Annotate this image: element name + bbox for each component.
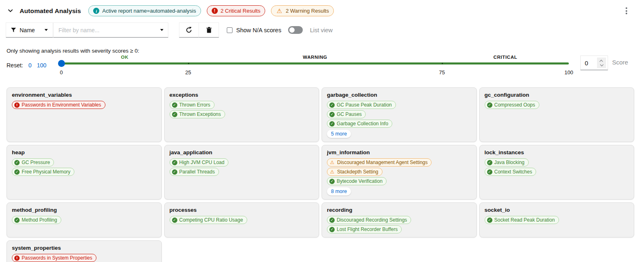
result-pill-warning[interactable]: ⚠Stackdepth Setting (327, 168, 382, 176)
result-label: Bytecode Verification (337, 178, 382, 184)
analysis-card: method_profiling✓Method Profiling (7, 202, 162, 238)
result-label: Passwords in System Properties (22, 255, 92, 261)
slider-tick-label: 0 (60, 69, 63, 75)
result-label: Context Switches (494, 169, 532, 175)
reset-max-link[interactable]: 100 (37, 62, 46, 69)
filter-typeahead (53, 22, 168, 38)
warning-triangle-icon: ⚠ (329, 160, 335, 165)
result-label: Method Profiling (22, 217, 57, 223)
slider-tick-dot (442, 63, 443, 64)
result-label: Passwords in Environment Variables (22, 102, 101, 108)
check-circle-icon: ✓ (172, 218, 177, 223)
filter-input[interactable] (53, 22, 168, 38)
result-pill-ok[interactable]: ✓GC Pauses (327, 110, 366, 118)
result-pill-ok[interactable]: ✓Thrown Errors (170, 101, 215, 109)
result-pill-ok[interactable]: ✓Thrown Exceptions (170, 110, 225, 118)
filter-category-select[interactable]: Name (6, 22, 53, 38)
check-circle-icon: ✓ (329, 179, 335, 184)
score-label: Score (612, 59, 628, 66)
analysis-card: exceptions✓Thrown Errors✓Thrown Exceptio… (164, 87, 320, 142)
result-pill-ok[interactable]: ✓Garbage Collection Info (327, 120, 392, 128)
result-pills: ✓Socket Read Peak Duration (485, 216, 629, 224)
result-label: GC Pressure (22, 160, 50, 165)
warning-results-badge-label: 2 Warning Results (286, 8, 329, 14)
result-pill-critical[interactable]: !Passwords in System Properties (12, 254, 96, 262)
exclamation-circle-icon: ! (14, 102, 20, 108)
more-results-link[interactable]: 5 more (327, 130, 351, 138)
reset-min-link[interactable]: 0 (28, 62, 31, 69)
slider-tick-dot (188, 63, 189, 64)
check-circle-icon: ✓ (329, 112, 335, 117)
result-pill-ok[interactable]: ✓High JVM CPU Load (170, 158, 229, 167)
slider-thumb[interactable] (58, 60, 65, 67)
chevron-down-icon (600, 63, 603, 66)
filter-category-label: Name (20, 27, 35, 33)
list-view-label: List view (310, 27, 333, 33)
result-label: GC Pauses (337, 111, 362, 117)
collapse-chevron-icon[interactable] (7, 7, 14, 15)
kebab-menu-button[interactable] (624, 5, 629, 16)
result-label: Socket Read Peak Duration (494, 217, 555, 223)
show-na-checkbox[interactable] (227, 27, 233, 33)
result-label: Java Blocking (494, 160, 525, 165)
card-title: exceptions (170, 92, 314, 98)
result-pill-ok[interactable]: ✓Free Physical Memory (12, 168, 74, 176)
analysis-card: jvm_information⚠Discouraged Management A… (322, 145, 477, 200)
result-pill-warning[interactable]: ⚠Discouraged Management Agent Settings (327, 158, 432, 167)
card-title: environment_variables (12, 92, 157, 98)
result-pill-ok[interactable]: ✓Discouraged Recording Settings (327, 216, 411, 224)
active-report-badge-label: Active report name=automated-analysis (102, 8, 196, 14)
result-label: Discouraged Recording Settings (337, 217, 407, 223)
analysis-card: recording✓Discouraged Recording Settings… (322, 202, 477, 238)
result-pill-ok[interactable]: ✓GC Pressure (12, 158, 54, 167)
analysis-grid: environment_variables!Passwords in Envir… (7, 87, 634, 262)
refresh-button[interactable] (179, 22, 199, 38)
result-label: GC Pause Peak Duration (337, 102, 392, 108)
info-circle-icon: i (93, 8, 99, 14)
result-pill-ok[interactable]: ✓Method Profiling (12, 216, 61, 224)
check-circle-icon: ✓ (172, 102, 177, 108)
result-pill-ok[interactable]: ✓Compressed Oops (485, 101, 539, 109)
result-label: Garbage Collection Info (337, 121, 388, 127)
analysis-card: system_properties!Passwords in System Pr… (7, 240, 162, 262)
result-pill-ok[interactable]: ✓Parallel Threads (170, 168, 219, 176)
result-pill-ok[interactable]: ✓Competing CPU Ratio Usage (170, 216, 247, 224)
warning-triangle-icon: ⚠ (329, 169, 335, 175)
result-pills: ✓High JVM CPU Load✓Parallel Threads (170, 158, 314, 176)
analysis-card: lock_instances✓Java Blocking✓Context Swi… (479, 145, 635, 200)
score-stepper[interactable] (597, 58, 606, 68)
result-pill-critical[interactable]: !Passwords in Environment Variables (12, 101, 105, 109)
result-pill-ok[interactable]: ✓Java Blocking (485, 158, 529, 167)
score-input[interactable] (581, 56, 597, 70)
result-pill-ok[interactable]: ✓Context Switches (485, 168, 537, 176)
analysis-card: processes✓Competing CPU Ratio Usage (164, 202, 320, 238)
delete-button[interactable] (199, 22, 219, 38)
card-title: garbage_collection (327, 92, 472, 98)
exclamation-circle-icon: ! (14, 255, 20, 261)
check-circle-icon: ✓ (329, 102, 335, 108)
check-circle-icon: ✓ (487, 160, 492, 165)
list-view-toggle[interactable] (288, 26, 303, 34)
score-input-group (580, 56, 608, 70)
result-pill-ok[interactable]: ✓GC Pause Peak Duration (327, 101, 396, 109)
result-pill-ok[interactable]: ✓Socket Read Peak Duration (485, 216, 559, 224)
slider-track[interactable] (61, 62, 569, 64)
result-label: Parallel Threads (179, 169, 215, 175)
analysis-card: java_application✓High JVM CPU Load✓Paral… (164, 145, 320, 200)
page-header: Automated Analysis i Active report name=… (0, 0, 644, 20)
severity-slider: 02575100OKWARNINGCRITICAL (61, 55, 569, 78)
check-circle-icon: ✓ (329, 227, 335, 232)
analysis-card: socket_io✓Socket Read Peak Duration (479, 202, 635, 238)
analysis-card: heap✓GC Pressure✓Free Physical Memory (7, 145, 162, 200)
result-pills: ✓Competing CPU Ratio Usage (170, 216, 314, 224)
critical-results-badge: ! 2 Critical Results (207, 5, 266, 16)
analysis-card: gc_configuration✓Compressed Oops (479, 87, 635, 142)
check-circle-icon: ✓ (172, 112, 177, 117)
show-na-label: Show N/A scores (236, 27, 281, 33)
more-results-link[interactable]: 8 more (327, 187, 351, 195)
slider-tick-label: 25 (185, 69, 191, 75)
page-title: Automated Analysis (20, 7, 81, 15)
result-pill-ok[interactable]: ✓Lost Flight Recorder Buffers (327, 225, 402, 233)
result-label: Lost Flight Recorder Buffers (337, 226, 398, 232)
result-pill-ok[interactable]: ✓Bytecode Verification (327, 177, 387, 185)
